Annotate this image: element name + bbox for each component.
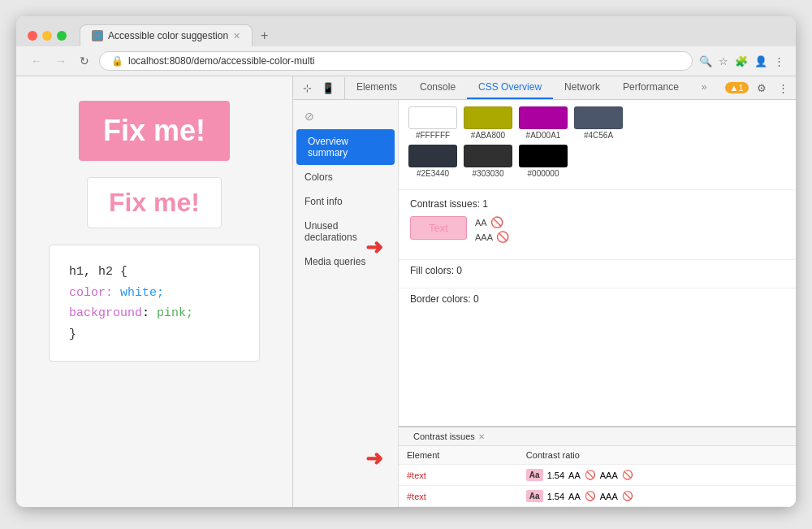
ratio-value: 1.54 bbox=[547, 492, 564, 501]
devtools-right: ▲1 ⚙ ⋮ ✕ bbox=[719, 77, 797, 99]
col-element: Element bbox=[399, 446, 518, 465]
tab-more[interactable]: » bbox=[690, 76, 719, 99]
color-swatch[interactable] bbox=[464, 145, 512, 167]
new-tab-button[interactable]: + bbox=[254, 25, 274, 46]
contrast-cell: Aa 1.54 AA 🚫 AAA 🚫 bbox=[518, 486, 796, 507]
back-button[interactable]: ← bbox=[28, 53, 45, 69]
aa-swatch: Aa bbox=[526, 469, 543, 481]
cursor-tool[interactable]: ⊹ bbox=[300, 80, 315, 96]
mobile-tool[interactable]: 📱 bbox=[318, 80, 338, 96]
fix-me-white: Fix me! bbox=[87, 177, 222, 228]
aa-label: AA bbox=[475, 218, 487, 228]
url-text: localhost:8080/demo/accessible-color-mul… bbox=[128, 55, 314, 67]
element-cell: #text bbox=[399, 465, 518, 486]
bottom-panel: Contrast issues ✕ Element Contrast ratio bbox=[399, 426, 796, 507]
sidebar-item-font[interactable]: Font info bbox=[293, 189, 398, 214]
devtools-tools: ⊹ 📱 bbox=[293, 77, 345, 99]
swatch-303030[interactable]: #303030 bbox=[464, 145, 512, 178]
swatch-000000[interactable]: #000000 bbox=[519, 145, 568, 178]
tab-console[interactable]: Console bbox=[408, 76, 467, 99]
web-page: Fix me! ➜ Fix me! h1, h2 { color: white;… bbox=[16, 76, 292, 507]
arrow-1: ➜ bbox=[365, 235, 383, 260]
profile-icon[interactable]: 👤 bbox=[754, 55, 767, 67]
col-contrast: Contrast ratio bbox=[518, 446, 796, 465]
sidebar-item-colors[interactable]: Colors bbox=[293, 165, 398, 189]
traffic-lights bbox=[28, 31, 67, 41]
contrast-value: Aa 1.54 AA 🚫 AAA 🚫 bbox=[526, 490, 796, 502]
active-tab[interactable]: 🌐 Accessible color suggestion ✕ bbox=[80, 24, 253, 46]
close-button[interactable] bbox=[28, 31, 37, 41]
code-block: h1, h2 { color: white; background: pink;… bbox=[49, 245, 260, 362]
browser-window: 🌐 Accessible color suggestion ✕ + ← → ↻ … bbox=[16, 16, 796, 507]
contrast-value: Aa 1.54 AA 🚫 AAA 🚫 bbox=[526, 469, 796, 481]
no-aaa-icon: 🚫 bbox=[496, 231, 509, 243]
close-tab-icon[interactable]: ✕ bbox=[478, 432, 485, 441]
devtools-panel: ⊹ 📱 Elements Console CSS Overview Networ… bbox=[292, 76, 796, 507]
contrast-issues-label: Contrast issues bbox=[413, 431, 475, 441]
extensions-icon[interactable]: 🧩 bbox=[735, 55, 748, 67]
settings-icon[interactable]: ⚙ bbox=[754, 80, 770, 96]
minimize-button[interactable] bbox=[42, 31, 52, 41]
fix-me-pink: Fix me! bbox=[79, 101, 230, 161]
swatch-ad00a1[interactable]: #AD00A1 bbox=[519, 106, 568, 140]
tab-elements[interactable]: Elements bbox=[345, 76, 408, 99]
issues-table: Element Contrast ratio #text bbox=[399, 446, 796, 507]
contrast-issues-tab[interactable]: Contrast issues ✕ bbox=[405, 427, 493, 445]
contrast-badges: AA 🚫 AAA 🚫 bbox=[475, 216, 509, 243]
page-and-panel: Fix me! ➜ Fix me! h1, h2 { color: white;… bbox=[16, 76, 796, 507]
contrast-item: Text AA 🚫 AAA 🚫 bbox=[410, 216, 796, 243]
code-line1: h1, h2 { bbox=[69, 262, 240, 283]
contrast-preview[interactable]: Text bbox=[410, 216, 467, 240]
bookmark-icon[interactable]: ☆ bbox=[719, 55, 728, 67]
address-bar: ← → ↻ 🔒 localhost:8080/demo/accessible-c… bbox=[16, 46, 796, 76]
url-bar[interactable]: 🔒 localhost:8080/demo/accessible-color-m… bbox=[99, 51, 693, 71]
swatch-aba800[interactable]: #ABA800 bbox=[464, 106, 512, 140]
search-icon[interactable]: 🔍 bbox=[699, 55, 712, 67]
table-row: #text Aa 1.54 AA 🚫 bbox=[399, 465, 796, 486]
panel-main: #FFFFFF #ABA800 #AD00A1 bbox=[399, 100, 796, 426]
no-aaa-icon: 🚫 bbox=[622, 491, 633, 501]
swatch-2e3440[interactable]: #2E3440 bbox=[408, 145, 457, 178]
menu-icon[interactable]: ⋮ bbox=[774, 55, 784, 67]
color-swatch[interactable] bbox=[464, 106, 512, 129]
border-section: Border colors: 0 bbox=[399, 288, 796, 316]
maximize-button[interactable] bbox=[57, 31, 67, 41]
ratio-value: 1.54 bbox=[547, 470, 564, 480]
alert-badge: ▲1 bbox=[725, 82, 749, 93]
tab-title: Accessible color suggestion bbox=[108, 30, 228, 41]
more-icon[interactable]: ⋮ bbox=[775, 80, 792, 96]
swatch-4c566a[interactable]: #4C56A bbox=[574, 106, 623, 140]
color-swatch[interactable] bbox=[574, 106, 623, 129]
swatch-ffffff[interactable]: #FFFFFF bbox=[408, 106, 457, 140]
forward-button[interactable]: → bbox=[52, 53, 70, 69]
fill-section: Fill colors: 0 bbox=[399, 259, 796, 288]
color-swatch[interactable] bbox=[408, 145, 457, 167]
no-aaa-icon: 🚫 bbox=[622, 470, 633, 480]
refresh-icon[interactable]: ⊘ bbox=[293, 103, 398, 129]
code-line2: color: white; bbox=[69, 283, 240, 304]
contrast-section: Contrast issues: 1 Text AA 🚫 bbox=[399, 190, 796, 259]
border-title: Border colors: 0 bbox=[410, 293, 796, 305]
contrast-cell: Aa 1.54 AA 🚫 AAA 🚫 bbox=[518, 465, 796, 486]
right-arrow-icon-2: ➜ bbox=[365, 446, 383, 471]
sidebar-item-overview[interactable]: Overview summary bbox=[296, 129, 395, 165]
color-swatches-area: #FFFFFF #ABA800 #AD00A1 bbox=[399, 100, 796, 190]
element-link[interactable]: #text bbox=[407, 492, 426, 501]
color-swatch[interactable] bbox=[519, 106, 568, 129]
lock-icon: 🔒 bbox=[111, 55, 123, 67]
element-link[interactable]: #text bbox=[407, 470, 426, 480]
arrow-2: ➜ bbox=[365, 446, 383, 471]
tab-network[interactable]: Network bbox=[553, 76, 611, 99]
right-arrow-icon: ➜ bbox=[365, 235, 383, 260]
tab-bar: 🌐 Accessible color suggestion ✕ + bbox=[80, 24, 784, 46]
aaa-row: AAA 🚫 bbox=[475, 231, 509, 243]
tab-performance[interactable]: Performance bbox=[611, 76, 690, 99]
tab-favicon: 🌐 bbox=[92, 30, 103, 41]
tab-close-icon[interactable]: ✕ bbox=[233, 31, 240, 41]
color-swatch[interactable] bbox=[519, 145, 568, 167]
reload-button[interactable]: ↻ bbox=[76, 53, 93, 69]
tab-css-overview[interactable]: CSS Overview bbox=[467, 76, 553, 99]
color-swatch[interactable] bbox=[408, 106, 457, 129]
title-bar: 🌐 Accessible color suggestion ✕ + bbox=[16, 16, 796, 46]
aa-text: AA bbox=[568, 492, 581, 501]
